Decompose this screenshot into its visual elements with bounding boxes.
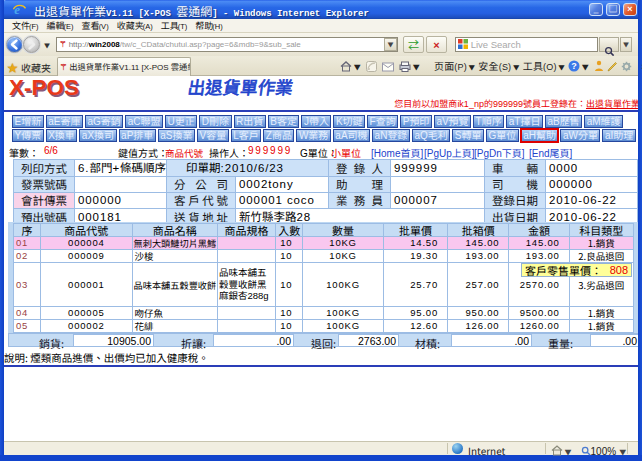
- svg-text:?: ?: [571, 61, 577, 71]
